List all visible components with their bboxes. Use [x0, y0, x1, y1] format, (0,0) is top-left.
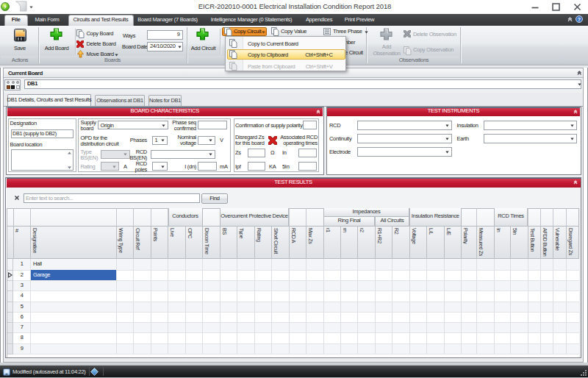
svg-text:?: ? — [577, 16, 580, 21]
